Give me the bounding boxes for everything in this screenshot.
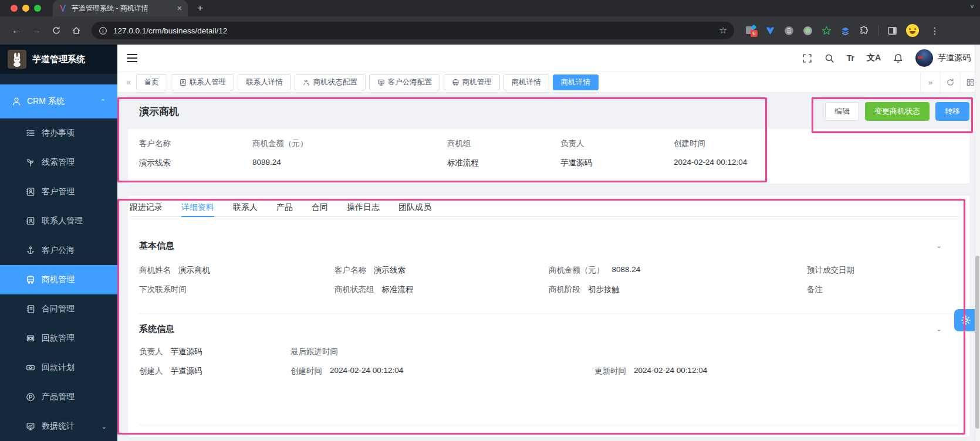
sidebar-item-business[interactable]: 商机管理 bbox=[0, 265, 117, 294]
page-tab-home[interactable]: 首页 bbox=[136, 74, 167, 90]
yudao-favicon-icon bbox=[59, 4, 67, 12]
side-panel-icon[interactable] bbox=[887, 26, 897, 36]
chevron-down-icon[interactable]: ⌄ bbox=[936, 242, 942, 250]
forward-button: → bbox=[28, 22, 45, 39]
chrome-menu-icon[interactable]: ⋮ bbox=[928, 25, 942, 36]
traffic-light-minimize-button[interactable] bbox=[22, 5, 29, 12]
sidebar-item-receivable-plan[interactable]: 回款计划 bbox=[0, 353, 117, 382]
change-status-button[interactable]: 变更商机状态 bbox=[865, 102, 930, 121]
user-menu[interactable]: 芋道源码 bbox=[915, 49, 971, 67]
tabs-refresh-button[interactable] bbox=[940, 72, 960, 92]
tab-team-members[interactable]: 团队成员 bbox=[398, 198, 431, 216]
edit-button[interactable]: 编辑 bbox=[825, 102, 859, 121]
tab-contracts[interactable]: 合同 bbox=[312, 198, 328, 216]
address-bar[interactable]: 127.0.0.1/crm/business/detail/12 ☆ bbox=[92, 22, 734, 39]
home-button[interactable] bbox=[68, 22, 85, 39]
recorder-extension-icon[interactable] bbox=[803, 26, 813, 36]
notification-bell-icon[interactable] bbox=[893, 53, 903, 63]
extensions-puzzle-icon[interactable] bbox=[859, 26, 869, 36]
tab-follow-records[interactable]: 跟进记录 bbox=[130, 198, 163, 216]
page-tabs-bar: « 首页 联系人管理 联系人详情 商机状态配置 客户公海配置 商机管理 商机详情… bbox=[117, 72, 980, 93]
sidebar-item-todo[interactable]: 待办事项 bbox=[0, 118, 117, 148]
page-tab-contact-detail[interactable]: 联系人详情 bbox=[238, 74, 291, 90]
bookmark-star-icon[interactable]: ☆ bbox=[719, 25, 727, 36]
search-icon[interactable] bbox=[824, 53, 834, 63]
chevron-down-icon[interactable]: ⌄ bbox=[936, 325, 942, 333]
vue-devtools-icon[interactable] bbox=[765, 26, 775, 36]
new-tab-button[interactable]: + bbox=[194, 2, 207, 15]
system-info-title: 系统信息 bbox=[139, 324, 174, 335]
traffic-light-zoom-button[interactable] bbox=[34, 5, 41, 12]
layers-extension-icon[interactable] bbox=[840, 26, 850, 36]
sidebar-item-label: CRM 系统 bbox=[27, 96, 65, 107]
main-area: Tr 文A 芋道源码 « 首页 联系人管理 联系人详情 商机状态配置 bbox=[117, 45, 980, 441]
sidebar-item-receivables[interactable]: 回款管理 bbox=[0, 324, 117, 353]
pool-config-icon bbox=[377, 79, 385, 86]
scrollbar-thumb[interactable] bbox=[975, 256, 979, 429]
page-tab-business-detail-active[interactable]: 商机详情 bbox=[553, 74, 599, 90]
sidebar-item-label: 客户公海 bbox=[42, 245, 75, 256]
system-info-header[interactable]: 系统信息 ⌄ bbox=[139, 320, 958, 338]
bus-icon bbox=[452, 79, 459, 86]
sidebar-item-contacts[interactable]: 联系人管理 bbox=[0, 206, 117, 236]
site-info-icon[interactable] bbox=[99, 26, 107, 35]
sidebar-item-label: 回款管理 bbox=[42, 333, 75, 344]
tab-products[interactable]: 产品 bbox=[276, 198, 293, 216]
url-text[interactable]: 127.0.0.1/crm/business/detail/12 bbox=[113, 26, 714, 35]
browser-tab-title: 芋道管理系统 - 商机详情 bbox=[72, 4, 173, 13]
font-size-icon[interactable]: Tr bbox=[847, 53, 854, 63]
browser-tab[interactable]: 芋道管理系统 - 商机详情 × bbox=[53, 0, 188, 16]
system-info-row-1: 负责人芋道源码 最后跟进时间 bbox=[139, 345, 958, 358]
detail-card: 跟进记录 详细资料 联系人 产品 合同 操作日志 团队成员 基本信息 ⌄ 商机姓… bbox=[128, 196, 969, 437]
language-icon[interactable]: 文A bbox=[867, 53, 881, 63]
tab-contacts[interactable]: 联系人 bbox=[233, 198, 258, 216]
back-button[interactable]: ← bbox=[8, 22, 25, 39]
reload-icon bbox=[52, 26, 61, 35]
tabs-scroll-right-icon[interactable]: » bbox=[920, 72, 940, 92]
theme-settings-button[interactable] bbox=[954, 309, 977, 331]
sidebar-item-label: 线索管理 bbox=[42, 157, 75, 168]
extensions-area: 6 ⋮ bbox=[741, 24, 947, 37]
contact-book-icon bbox=[26, 187, 35, 196]
sidebar-item-products[interactable]: 产品管理 bbox=[0, 382, 117, 412]
page-tab-pool-config[interactable]: 客户公海配置 bbox=[369, 74, 440, 90]
reload-button[interactable] bbox=[48, 22, 65, 39]
notebook-icon bbox=[26, 304, 35, 314]
transfer-button[interactable]: 转移 bbox=[935, 102, 969, 121]
home-icon bbox=[72, 26, 81, 35]
basic-info-header[interactable]: 基本信息 ⌄ bbox=[139, 237, 958, 255]
sidebar-item-public-pool[interactable]: 客户公海 bbox=[0, 236, 117, 265]
tab-detail-info[interactable]: 详细资料 bbox=[181, 198, 214, 216]
fullscreen-icon[interactable] bbox=[802, 53, 812, 63]
sidebar-item-leads[interactable]: 线索管理 bbox=[0, 148, 117, 177]
page-tab-business-detail[interactable]: 商机详情 bbox=[503, 74, 549, 90]
green-star-extension-icon[interactable] bbox=[822, 26, 832, 36]
page-scrollbar[interactable] bbox=[975, 45, 980, 441]
menu-toggle-icon[interactable] bbox=[127, 54, 137, 62]
grid-icon bbox=[966, 78, 975, 87]
page-tab-business-mgmt[interactable]: 商机管理 bbox=[444, 74, 500, 90]
summary-field: 商机金额（元） 8088.24 bbox=[252, 138, 447, 174]
app-header: Tr 文A 芋道源码 bbox=[117, 45, 980, 72]
sidebar-item-statistics[interactable]: 数据统计 ⌄ bbox=[0, 412, 117, 441]
gray-circle-extension-icon[interactable] bbox=[784, 26, 794, 36]
chrome-profile-avatar[interactable] bbox=[906, 24, 919, 37]
card-bottom-divider bbox=[139, 425, 958, 425]
summary-field: 商机组 标准流程 bbox=[447, 138, 560, 174]
tabs-scroll-left-icon[interactable]: « bbox=[121, 77, 136, 87]
tab-operation-log[interactable]: 操作日志 bbox=[347, 198, 380, 216]
extension-badge-icon[interactable]: 6 bbox=[746, 25, 756, 36]
page-tab-status-config[interactable]: 商机状态配置 bbox=[295, 74, 366, 90]
toolbar-divider bbox=[878, 25, 878, 36]
bus-icon bbox=[26, 275, 35, 284]
sidebar-item-crm[interactable]: CRM 系统 ⌃ bbox=[0, 84, 117, 118]
sidebar-item-customers[interactable]: 客户管理 bbox=[0, 177, 117, 206]
username: 芋道源码 bbox=[938, 53, 971, 63]
anchor-icon bbox=[26, 246, 35, 255]
tab-close-icon[interactable]: × bbox=[177, 4, 182, 12]
page-tab-contact-mgmt[interactable]: 联系人管理 bbox=[171, 74, 235, 90]
traffic-light-close-button[interactable] bbox=[11, 5, 18, 12]
tab-search-icon[interactable]: ˅ bbox=[970, 3, 974, 11]
app-logo[interactable]: 芋道管理系统 bbox=[0, 45, 117, 74]
sidebar-item-contracts[interactable]: 合同管理 bbox=[0, 294, 117, 324]
